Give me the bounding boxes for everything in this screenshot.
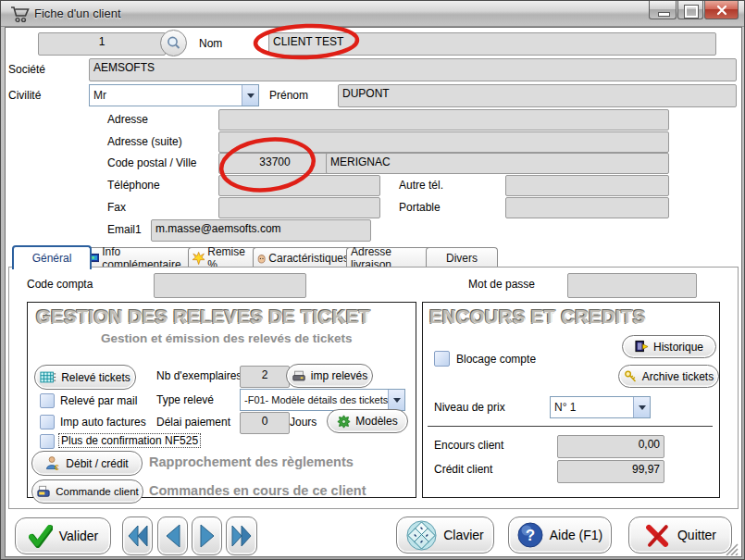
previous-record-icon <box>164 523 182 549</box>
nom-label: Nom <box>199 37 222 50</box>
ticket-icon <box>40 371 56 383</box>
email1-field[interactable]: m.masse@aemsofts.com <box>151 219 371 242</box>
ville-field[interactable]: MERIGNAC <box>326 153 669 174</box>
nav-previous-button[interactable] <box>157 516 188 555</box>
type-releve-select[interactable]: -F01- Modèle détails des tickets <box>240 389 405 411</box>
aide-label: Aide (F1) <box>550 528 603 542</box>
history-icon <box>635 340 649 354</box>
autre-tel-field[interactable] <box>505 175 669 196</box>
printer-icon <box>292 370 306 382</box>
maximize-button[interactable] <box>677 1 703 19</box>
debit-credit-label: Débit / crédit <box>66 457 128 470</box>
encours-divider <box>428 426 713 427</box>
nom-field[interactable]: CLIENT TEST <box>268 32 716 56</box>
nav-next-button[interactable] <box>192 516 222 555</box>
telephone-field[interactable] <box>218 175 380 196</box>
face-icon <box>257 252 266 265</box>
niveau-de-prix-label: Niveau de prix <box>434 401 505 414</box>
credit-client-field: 99,97 <box>557 460 664 483</box>
commande-client-button[interactable]: Commande client <box>31 479 143 504</box>
type-releve-value: -F01- Modèle détails des tickets <box>241 394 388 405</box>
delai-paiement-field[interactable]: 0 <box>240 412 290 434</box>
releve-par-mail-checkbox[interactable] <box>40 393 55 408</box>
tab-divers[interactable]: Divers <box>426 247 498 268</box>
maximize-icon <box>685 6 698 18</box>
releve-par-mail-label: Relevé par mail <box>60 394 137 407</box>
clavier-button[interactable]: Clavier <box>396 516 494 554</box>
imp-auto-factures-label: Imp auto factures <box>60 416 146 429</box>
blocage-compte-label: Blocage compte <box>456 353 536 366</box>
jours-label: Jours <box>290 416 317 429</box>
encours-client-field: 0,00 <box>557 435 664 458</box>
code-postal-label: Code postal / Ville <box>107 156 197 169</box>
modeles-button[interactable]: Modèles <box>327 409 408 433</box>
minimize-button[interactable] <box>649 1 677 19</box>
civilite-dropdown-button[interactable] <box>242 85 258 106</box>
close-button[interactable] <box>704 1 739 19</box>
person-euro-icon: € <box>45 455 61 471</box>
code-compta-field[interactable] <box>154 273 306 298</box>
prenom-field[interactable]: DUPONT <box>338 84 737 107</box>
quitter-button[interactable]: Quitter <box>628 516 732 554</box>
minimize-icon <box>658 12 670 17</box>
remise-star-icon <box>192 252 205 265</box>
blocage-compte-checkbox[interactable] <box>434 351 450 367</box>
first-record-icon <box>127 523 149 549</box>
tab-adresse-livraison[interactable]: Adresse livraison <box>346 247 433 268</box>
portable-label: Portable <box>399 201 441 214</box>
valider-button[interactable]: Valider <box>15 517 111 554</box>
tab-general-label: Général <box>32 252 72 265</box>
adresse-suite-label: Adresse (suite) <box>107 135 182 148</box>
imp-auto-factures-checkbox[interactable] <box>40 415 55 429</box>
tab-general[interactable]: Général <box>12 245 92 269</box>
tab-remise[interactable]: Remise % <box>188 247 260 268</box>
adresse-field[interactable] <box>218 109 669 131</box>
nf525-checkbox[interactable] <box>40 434 55 449</box>
nf525-label: Plus de confirmation NF525 <box>58 433 201 448</box>
email1-label: Email1 <box>107 223 142 236</box>
nb-exemplaires-field[interactable]: 2 <box>240 366 290 388</box>
chevron-down-icon <box>393 398 401 403</box>
tab-caracteristiques[interactable]: Caractéristiques <box>253 247 354 268</box>
niveau-de-prix-select[interactable]: N° 1 <box>550 396 651 418</box>
historique-label: Historique <box>653 341 703 354</box>
resize-grip[interactable] <box>723 542 739 555</box>
portable-field[interactable] <box>505 197 669 218</box>
historique-button[interactable]: Historique <box>622 335 716 358</box>
prenom-label: Prénom <box>269 89 308 102</box>
tab-info-complementaire[interactable]: Info complémentaire <box>82 247 195 268</box>
mot-de-passe-field[interactable] <box>567 273 697 298</box>
cart-icon <box>10 6 30 23</box>
civilite-select[interactable]: Mr <box>89 84 259 106</box>
search-client-button[interactable] <box>160 30 187 56</box>
societe-label: Société <box>8 63 45 76</box>
fax-icon <box>36 485 51 498</box>
encours-title: ENCOURS ET CREDITS <box>429 306 645 328</box>
debit-credit-button[interactable]: € Débit / crédit <box>31 451 143 476</box>
window-title: Fiche d'un client <box>34 1 121 27</box>
archive-tickets-button[interactable]: Archive tickets <box>618 365 719 388</box>
nav-last-button[interactable] <box>226 516 257 555</box>
client-number-field[interactable]: 1 <box>38 32 166 56</box>
title-bar[interactable]: Fiche d'un client <box>1 1 745 27</box>
aide-button[interactable]: ? Aide (F1) <box>508 516 612 554</box>
fax-field[interactable] <box>218 197 380 218</box>
quit-x-icon <box>644 522 671 549</box>
nav-first-button[interactable] <box>122 516 153 555</box>
imp-releves-button[interactable]: imp relevés <box>286 364 373 388</box>
societe-field[interactable]: AEMSOFTS <box>89 58 737 81</box>
delai-paiement-label: Délai paiement <box>156 416 230 429</box>
code-postal-field[interactable]: 33700 <box>218 153 331 174</box>
releve-tickets-label: Relevé tickets <box>61 371 130 384</box>
adresse-suite-field[interactable] <box>218 131 669 153</box>
help-icon: ? <box>517 522 543 548</box>
chevron-down-icon <box>639 405 646 410</box>
nb-exemplaires-label: Nb d'exemplaires <box>156 369 242 382</box>
clavier-label: Clavier <box>443 528 484 542</box>
next-record-icon <box>198 523 217 549</box>
type-releve-dropdown-button[interactable] <box>388 390 404 410</box>
releve-tickets-button[interactable]: Relevé tickets <box>34 365 136 390</box>
niveau-dropdown-button[interactable] <box>633 397 650 417</box>
code-compta-label: Code compta <box>27 278 93 291</box>
fax-label: Fax <box>107 201 126 214</box>
